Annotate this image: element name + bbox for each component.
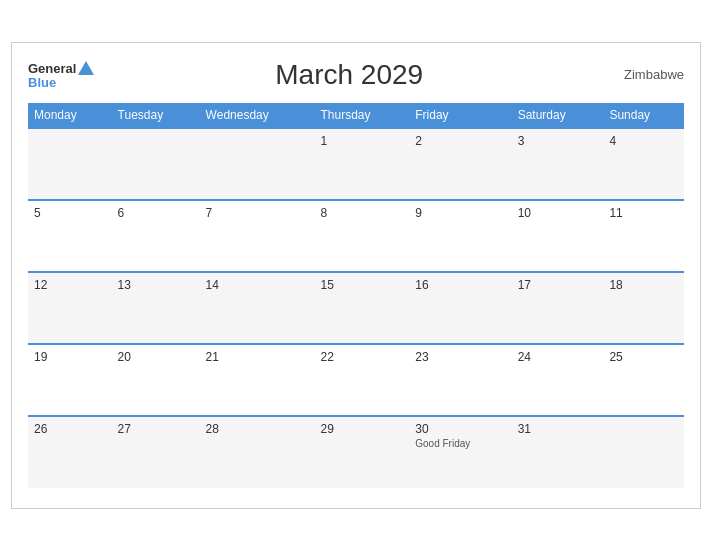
day-number: 17 <box>518 278 598 292</box>
day-number: 29 <box>320 422 403 436</box>
day-number: 31 <box>518 422 598 436</box>
day-number: 23 <box>415 350 505 364</box>
calendar-header: General Blue March 2029 Zimbabwe <box>28 59 684 91</box>
calendar-cell: 24 <box>512 344 604 416</box>
day-number: 11 <box>609 206 678 220</box>
calendar-cell: 27 <box>112 416 200 488</box>
calendar-cell: 11 <box>603 200 684 272</box>
calendar-cell: 7 <box>200 200 315 272</box>
day-number: 15 <box>320 278 403 292</box>
day-number: 16 <box>415 278 505 292</box>
calendar-week-row: 19202122232425 <box>28 344 684 416</box>
calendar-cell <box>603 416 684 488</box>
weekday-header-sunday: Sunday <box>603 103 684 128</box>
calendar-title: March 2029 <box>94 59 604 91</box>
day-number: 21 <box>206 350 309 364</box>
calendar-cell: 10 <box>512 200 604 272</box>
holiday-label: Good Friday <box>415 438 505 449</box>
calendar-cell: 8 <box>314 200 409 272</box>
calendar-cell: 23 <box>409 344 511 416</box>
weekday-header-row: MondayTuesdayWednesdayThursdayFridaySatu… <box>28 103 684 128</box>
calendar-tbody: 1234567891011121314151617181920212223242… <box>28 128 684 488</box>
day-number: 7 <box>206 206 309 220</box>
calendar-cell: 6 <box>112 200 200 272</box>
calendar-cell: 1 <box>314 128 409 200</box>
calendar-cell: 5 <box>28 200 112 272</box>
day-number: 30 <box>415 422 505 436</box>
country-label: Zimbabwe <box>604 67 684 82</box>
weekday-header-monday: Monday <box>28 103 112 128</box>
day-number: 6 <box>118 206 194 220</box>
calendar-cell: 9 <box>409 200 511 272</box>
calendar-cell: 4 <box>603 128 684 200</box>
logo-triangle-icon <box>78 61 94 75</box>
calendar-cell: 22 <box>314 344 409 416</box>
calendar-container: General Blue March 2029 Zimbabwe MondayT… <box>11 42 701 509</box>
calendar-cell: 28 <box>200 416 315 488</box>
day-number: 25 <box>609 350 678 364</box>
calendar-cell: 29 <box>314 416 409 488</box>
logo-blue-text: Blue <box>28 76 56 89</box>
day-number: 1 <box>320 134 403 148</box>
calendar-cell: 12 <box>28 272 112 344</box>
day-number: 9 <box>415 206 505 220</box>
weekday-header-wednesday: Wednesday <box>200 103 315 128</box>
calendar-cell: 18 <box>603 272 684 344</box>
calendar-week-row: 567891011 <box>28 200 684 272</box>
day-number: 2 <box>415 134 505 148</box>
calendar-cell: 30Good Friday <box>409 416 511 488</box>
calendar-cell: 19 <box>28 344 112 416</box>
calendar-cell <box>112 128 200 200</box>
calendar-cell: 14 <box>200 272 315 344</box>
calendar-cell <box>28 128 112 200</box>
calendar-week-row: 2627282930Good Friday31 <box>28 416 684 488</box>
day-number: 26 <box>34 422 106 436</box>
calendar-cell: 16 <box>409 272 511 344</box>
day-number: 24 <box>518 350 598 364</box>
calendar-cell <box>200 128 315 200</box>
calendar-cell: 3 <box>512 128 604 200</box>
day-number: 5 <box>34 206 106 220</box>
day-number: 22 <box>320 350 403 364</box>
day-number: 8 <box>320 206 403 220</box>
calendar-cell: 31 <box>512 416 604 488</box>
calendar-week-row: 12131415161718 <box>28 272 684 344</box>
calendar-cell: 26 <box>28 416 112 488</box>
calendar-cell: 21 <box>200 344 315 416</box>
day-number: 10 <box>518 206 598 220</box>
day-number: 12 <box>34 278 106 292</box>
day-number: 28 <box>206 422 309 436</box>
day-number: 20 <box>118 350 194 364</box>
weekday-header-tuesday: Tuesday <box>112 103 200 128</box>
day-number: 27 <box>118 422 194 436</box>
calendar-cell: 20 <box>112 344 200 416</box>
logo-general-text: General <box>28 62 76 75</box>
logo: General Blue <box>28 61 94 89</box>
calendar-thead: MondayTuesdayWednesdayThursdayFridaySatu… <box>28 103 684 128</box>
calendar-table: MondayTuesdayWednesdayThursdayFridaySatu… <box>28 103 684 488</box>
calendar-cell: 2 <box>409 128 511 200</box>
weekday-header-saturday: Saturday <box>512 103 604 128</box>
calendar-cell: 15 <box>314 272 409 344</box>
day-number: 13 <box>118 278 194 292</box>
day-number: 19 <box>34 350 106 364</box>
weekday-header-friday: Friday <box>409 103 511 128</box>
day-number: 14 <box>206 278 309 292</box>
calendar-cell: 17 <box>512 272 604 344</box>
day-number: 18 <box>609 278 678 292</box>
calendar-cell: 25 <box>603 344 684 416</box>
calendar-cell: 13 <box>112 272 200 344</box>
day-number: 4 <box>609 134 678 148</box>
weekday-header-thursday: Thursday <box>314 103 409 128</box>
day-number: 3 <box>518 134 598 148</box>
calendar-week-row: 1234 <box>28 128 684 200</box>
